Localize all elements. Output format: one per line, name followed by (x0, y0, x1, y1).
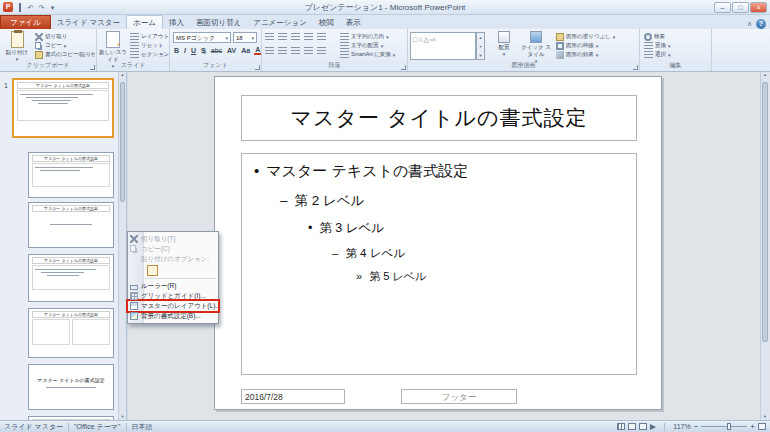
bold-button[interactable]: B (173, 47, 180, 54)
reset-button[interactable]: リセット (130, 41, 170, 50)
arrange-button[interactable]: 配置▾ (488, 31, 520, 57)
slide-sorter-view-icon[interactable] (628, 423, 636, 430)
change-case-button[interactable]: Aa (240, 47, 251, 54)
group-drawing: □○△⇨ ▲▾▼ 配置▾ クイック スタイル▾ 図形の塗りつぶし▾ 図形の枠線▾… (408, 29, 640, 71)
normal-view-icon[interactable] (617, 423, 625, 430)
slide-number: 1 (4, 82, 8, 89)
tab-file[interactable]: ファイル (0, 15, 51, 29)
grid-icon (130, 292, 138, 300)
tab-view[interactable]: 表示 (340, 16, 367, 29)
shape-outline-button[interactable]: 図形の枠線▾ (556, 41, 638, 50)
group-paragraph: 文字列の方向▾ 文字の配置▾ SmartArt に変換▾ 段落 (262, 29, 408, 71)
tab-animations[interactable]: アニメーション (247, 16, 313, 29)
footer-placeholder[interactable]: フッター (401, 389, 517, 404)
format-painter-button[interactable]: 書式のコピー/貼り付け (35, 50, 95, 59)
italic-button[interactable]: I (183, 47, 187, 54)
align-left-icon[interactable] (265, 47, 274, 55)
layout-thumbnail-2[interactable]: マスター タイトルの書式設定 (28, 202, 114, 248)
layout-thumbnail-1[interactable]: マスター タイトルの書式設定 (28, 152, 114, 198)
slide-canvas[interactable]: マスター タイトルの書式設定 •マスター テキストの書式設定 –第 2 レベル … (214, 76, 662, 410)
layout-thumbnail-4[interactable]: マスター タイトルの書式設定 (28, 308, 114, 358)
font-dialog-launcher[interactable] (255, 65, 260, 70)
context-menu-ruler[interactable]: ルーラー(R) (128, 281, 218, 291)
drawing-dialog-launcher[interactable] (633, 65, 638, 70)
tab-home[interactable]: ホーム (126, 15, 163, 29)
status-theme: "Office テーマ" (74, 422, 120, 432)
context-menu-paste-options: 貼り付けのオプション: (128, 254, 218, 264)
columns-icon[interactable] (317, 47, 326, 55)
body-placeholder[interactable]: •マスター テキストの書式設定 –第 2 レベル •第 3 レベル –第 4 レ… (241, 153, 637, 375)
numbering-icon[interactable] (278, 33, 287, 41)
tab-transitions[interactable]: 画面切り替え (190, 16, 247, 29)
shape-fill-button[interactable]: 図形の塗りつぶし▾ (556, 32, 638, 41)
group-clipboard: 貼り付け▾ 切り取り コピー▾ 書式のコピー/貼り付け クリップボード (0, 29, 97, 71)
master-layout-icon (130, 302, 138, 310)
copy-button[interactable]: コピー▾ (35, 41, 95, 50)
ribbon: 貼り付け▾ 切り取り コピー▾ 書式のコピー/貼り付け クリップボード 新しいス… (0, 29, 770, 72)
context-menu-grid-guides[interactable]: グリッドとガイド(I)... (128, 291, 218, 301)
strikethrough-button[interactable]: abc (210, 47, 223, 54)
align-center-icon[interactable] (278, 47, 287, 55)
zoom-in-icon[interactable]: + (750, 423, 755, 431)
bullet-level-5: »第 5 レベル (242, 269, 636, 284)
increase-indent-icon[interactable] (304, 33, 313, 41)
select-button[interactable]: 選択▾ (644, 50, 708, 59)
layout-thumbnail-5[interactable]: マスター タイトルの書式設定 (28, 364, 114, 410)
tab-review[interactable]: 校閲 (313, 16, 340, 29)
help-icon[interactable]: ? (756, 19, 766, 29)
quick-styles-button[interactable]: クイック スタイル▾ (520, 31, 552, 64)
quick-styles-icon (530, 31, 542, 43)
font-color-button[interactable]: A (254, 46, 261, 55)
justify-icon[interactable] (304, 47, 313, 55)
bullets-icon[interactable] (265, 33, 274, 41)
title-placeholder[interactable]: マスター タイトルの書式設定 (241, 95, 637, 141)
thumbnail-scrollbar[interactable]: ▲ ▼ (118, 72, 126, 420)
master-slide-thumbnail[interactable]: マスター タイトルの書式設定 (12, 78, 114, 138)
font-size-select[interactable]: 18▾ (233, 32, 257, 43)
line-spacing-icon[interactable] (317, 33, 326, 41)
underline-button[interactable]: U (190, 47, 197, 54)
shape-gallery[interactable]: □○△⇨ (410, 32, 476, 60)
cut-button[interactable]: 切り取り (35, 32, 95, 41)
paste-option-button[interactable] (128, 264, 218, 276)
reading-view-icon[interactable] (639, 423, 647, 430)
context-menu-master-layout[interactable]: マスターのレイアウト(L)... (128, 301, 218, 311)
decrease-indent-icon[interactable] (291, 33, 300, 41)
zoom-out-icon[interactable]: − (694, 423, 699, 431)
shape-gallery-scroll[interactable]: ▲▾▼ (476, 32, 485, 60)
fit-to-window-icon[interactable] (758, 423, 766, 430)
text-shadow-button[interactable]: S (200, 47, 207, 54)
paste-button[interactable]: 貼り付け▾ (2, 31, 32, 62)
shape-effects-button[interactable]: 図形の効果▾ (556, 50, 638, 59)
paste-option-icon (147, 265, 158, 276)
layout-thumbnail-3[interactable]: マスター タイトルの書式設定 (28, 254, 114, 302)
zoom-slider-thumb[interactable] (727, 423, 731, 430)
context-menu-copy[interactable]: コピー(C) (128, 244, 218, 254)
date-placeholder[interactable]: 2016/7/28 (241, 389, 345, 404)
font-name-select[interactable]: MS Pゴシック▾ (173, 32, 231, 43)
zoom-slider[interactable] (701, 426, 747, 427)
context-menu-cut[interactable]: 切り取り(T) (128, 234, 218, 244)
editor-scrollbar[interactable]: ▲ ▼ (760, 72, 769, 420)
context-menu-format-background[interactable]: 背景の書式設定(B)... (128, 311, 218, 321)
text-direction-button[interactable]: 文字列の方向▾ (340, 32, 406, 41)
align-right-icon[interactable] (291, 47, 300, 55)
find-button[interactable]: 検索 (644, 32, 708, 41)
layout-button[interactable]: レイアウト▾ (130, 32, 170, 41)
minimize-button[interactable]: – (714, 2, 731, 13)
section-button[interactable]: セクション▾ (130, 50, 170, 59)
align-text-button[interactable]: 文字の配置▾ (340, 41, 406, 50)
status-language[interactable]: 日本語 (132, 422, 153, 432)
clipboard-dialog-launcher[interactable] (90, 65, 95, 70)
paragraph-dialog-launcher[interactable] (401, 65, 406, 70)
minimize-ribbon-icon[interactable]: ∧ (747, 20, 752, 28)
restore-button[interactable]: □ (732, 2, 749, 13)
character-spacing-button[interactable]: AV (226, 47, 237, 54)
close-button[interactable]: × (750, 2, 767, 13)
tab-insert[interactable]: 挿入 (163, 16, 190, 29)
replace-button[interactable]: 置換▾ (644, 41, 708, 50)
zoom-level[interactable]: 117% (673, 423, 690, 430)
convert-smartart-button[interactable]: SmartArt に変換▾ (340, 50, 406, 59)
slideshow-view-icon[interactable] (650, 424, 656, 430)
tab-slide-master[interactable]: スライド マスター (51, 16, 126, 29)
